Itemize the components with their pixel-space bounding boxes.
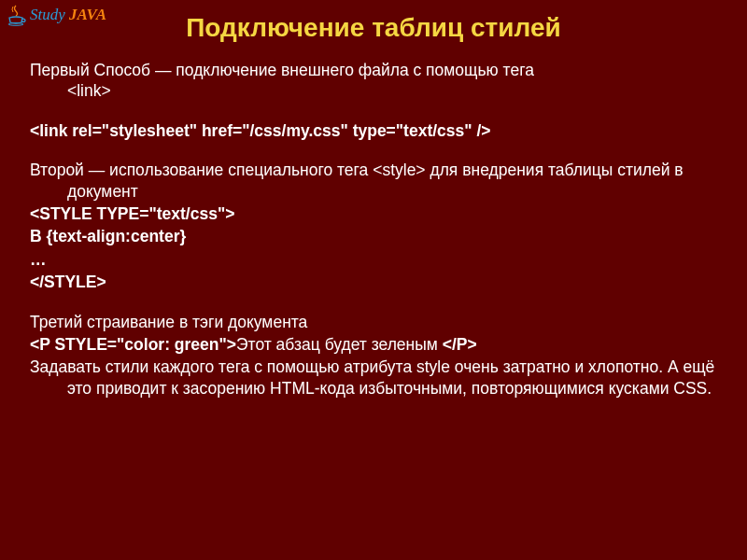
java-cup-icon <box>6 4 26 26</box>
logo-java: JAVA <box>65 6 106 23</box>
code-style-rule: B {text-align:center} <box>30 226 721 246</box>
paragraph-1: Первый Способ — подключение внешнего фай… <box>30 60 721 102</box>
logo-text: Study JAVA <box>30 6 106 24</box>
code-p-text: Этот абзац будет зеленым <box>236 335 443 354</box>
code-link: <link rel="stylesheet" href="/css/my.css… <box>30 120 721 141</box>
p1-text: Первый Способ — подключение внешнего фай… <box>30 61 534 79</box>
p1-tag: <link> <box>30 80 111 101</box>
logo-study: Study <box>30 6 65 23</box>
svg-point-0 <box>8 23 23 26</box>
code-p-close: </P> <box>443 335 477 354</box>
paragraph-3: Третий страивание в тэги документа <box>30 312 721 332</box>
code-style-open: <STYLE TYPE="text/css"> <box>30 203 721 224</box>
code-inline: <P STYLE="color: green">Этот абзац будет… <box>30 334 721 355</box>
paragraph-2: Второй — использование специального тега… <box>30 160 721 202</box>
paragraph-4: Задавать стили каждого тега с помощью ат… <box>30 357 721 399</box>
code-p-open: <P STYLE="color: green"> <box>30 335 236 354</box>
code-style-close: </STYLE> <box>30 272 721 292</box>
code-style-ellipsis: … <box>30 249 721 270</box>
logo: Study JAVA <box>6 4 106 26</box>
slide-content: Первый Способ — подключение внешнего фай… <box>0 60 747 399</box>
slide-title: Подключение таблиц стилей <box>0 0 747 60</box>
